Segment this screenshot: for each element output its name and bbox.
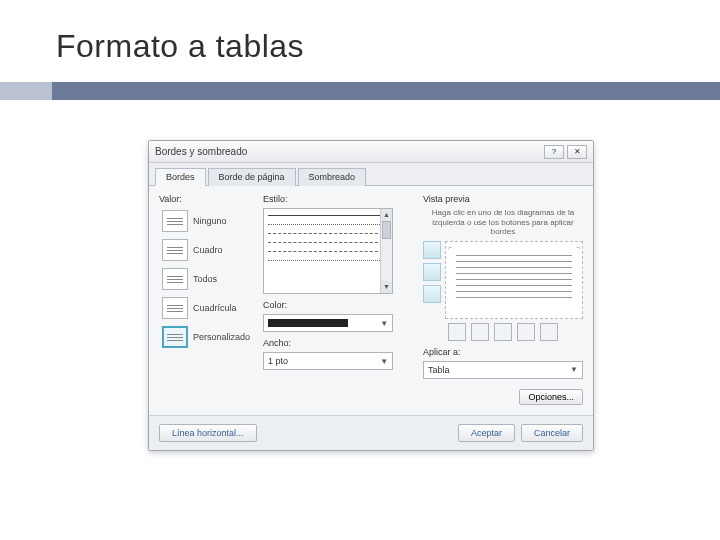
valor-personalizado-label: Personalizado: [193, 332, 250, 342]
valor-cuadro-icon: [162, 239, 188, 261]
ancho-combo[interactable]: 1 pto ▼: [263, 352, 393, 370]
chevron-down-icon: ▼: [380, 319, 388, 328]
borders-shading-dialog: Bordes y sombreado ? ✕ Bordes Borde de p…: [148, 140, 594, 451]
scroll-down-icon[interactable]: ▼: [381, 281, 392, 293]
valor-ninguno-label: Ninguno: [193, 216, 227, 226]
dialog-title: Bordes y sombreado: [155, 146, 541, 157]
style-solid[interactable]: [268, 215, 388, 216]
vista-hint: Haga clic en uno de los diagramas de la …: [423, 208, 583, 237]
border-right-button[interactable]: [494, 323, 512, 341]
opciones-button[interactable]: Opciones...: [519, 389, 583, 405]
corner-icon: ¬: [576, 244, 580, 251]
corner-icon: ⌐: [448, 244, 452, 251]
estilo-label: Estilo:: [263, 194, 413, 204]
valor-personalizado-icon: [162, 326, 188, 348]
dialog-titlebar: Bordes y sombreado ? ✕: [149, 141, 593, 163]
valor-label: Valor:: [159, 194, 253, 204]
color-label: Color:: [263, 300, 413, 310]
tab-sombreado[interactable]: Sombreado: [298, 168, 367, 186]
vista-label: Vista previa: [423, 194, 583, 204]
chevron-down-icon: ▼: [380, 357, 388, 366]
color-swatch: [268, 319, 348, 327]
scroll-thumb[interactable]: [382, 221, 391, 239]
valor-cuadricula-icon: [162, 297, 188, 319]
valor-cuadro[interactable]: Cuadro: [159, 237, 253, 263]
aplicar-value: Tabla: [428, 365, 450, 375]
border-diag1-button[interactable]: [517, 323, 535, 341]
cancelar-button[interactable]: Cancelar: [521, 424, 583, 442]
tab-borde-pagina[interactable]: Borde de página: [208, 168, 296, 186]
style-dashed-2[interactable]: [268, 251, 388, 252]
style-dashed-small[interactable]: [268, 233, 388, 234]
valor-section: Valor: Ninguno Cuadro Todos Cuadrícula: [159, 194, 253, 405]
border-bottom-button[interactable]: [423, 285, 441, 303]
scroll-up-icon[interactable]: ▲: [381, 209, 392, 221]
style-dashed-wide[interactable]: [268, 242, 388, 243]
tab-bordes[interactable]: Bordes: [155, 168, 206, 186]
linea-horizontal-button[interactable]: Línea horizontal...: [159, 424, 257, 442]
border-diag2-button[interactable]: [540, 323, 558, 341]
style-section: Estilo: ▲ ▼ Color: ▼ Ancho:: [263, 194, 413, 405]
close-button[interactable]: ✕: [567, 145, 587, 159]
preview-side-buttons: [423, 241, 441, 319]
estilo-scrollbar[interactable]: ▲ ▼: [380, 209, 392, 293]
slide-title: Formato a tablas: [56, 28, 304, 65]
valor-todos-icon: [162, 268, 188, 290]
valor-ninguno[interactable]: Ninguno: [159, 208, 253, 234]
style-dashdot[interactable]: [268, 260, 388, 261]
color-combo[interactable]: ▼: [263, 314, 393, 332]
valor-cuadricula-label: Cuadrícula: [193, 303, 237, 313]
accent-bar: [0, 82, 720, 100]
preview-section: Vista previa Haga clic en uno de los dia…: [423, 194, 583, 405]
aceptar-button[interactable]: Aceptar: [458, 424, 515, 442]
valor-ninguno-icon: [162, 210, 188, 232]
border-center-button[interactable]: [471, 323, 489, 341]
valor-cuadro-label: Cuadro: [193, 245, 223, 255]
border-middle-button[interactable]: [423, 263, 441, 281]
border-top-button[interactable]: [423, 241, 441, 259]
ancho-label: Ancho:: [263, 338, 413, 348]
preview-pane: ⌐ ¬: [445, 241, 583, 319]
chevron-down-icon: ▼: [570, 365, 578, 374]
aplicar-label: Aplicar a:: [423, 347, 583, 357]
estilo-listbox[interactable]: ▲ ▼: [263, 208, 393, 294]
tab-body: Valor: Ninguno Cuadro Todos Cuadrícula: [149, 186, 593, 415]
dialog-footer: Línea horizontal... Aceptar Cancelar: [149, 415, 593, 450]
help-button[interactable]: ?: [544, 145, 564, 159]
valor-cuadricula[interactable]: Cuadrícula: [159, 295, 253, 321]
aplicar-section: Aplicar a: Tabla ▼: [423, 347, 583, 385]
valor-todos[interactable]: Todos: [159, 266, 253, 292]
border-left-button[interactable]: [448, 323, 466, 341]
valor-todos-label: Todos: [193, 274, 217, 284]
tab-strip: Bordes Borde de página Sombreado: [149, 163, 593, 186]
preview-bottom-buttons: [423, 323, 583, 341]
style-dotted[interactable]: [268, 224, 388, 225]
ancho-value: 1 pto: [268, 356, 288, 366]
valor-personalizado[interactable]: Personalizado: [159, 324, 253, 350]
aplicar-combo[interactable]: Tabla ▼: [423, 361, 583, 379]
